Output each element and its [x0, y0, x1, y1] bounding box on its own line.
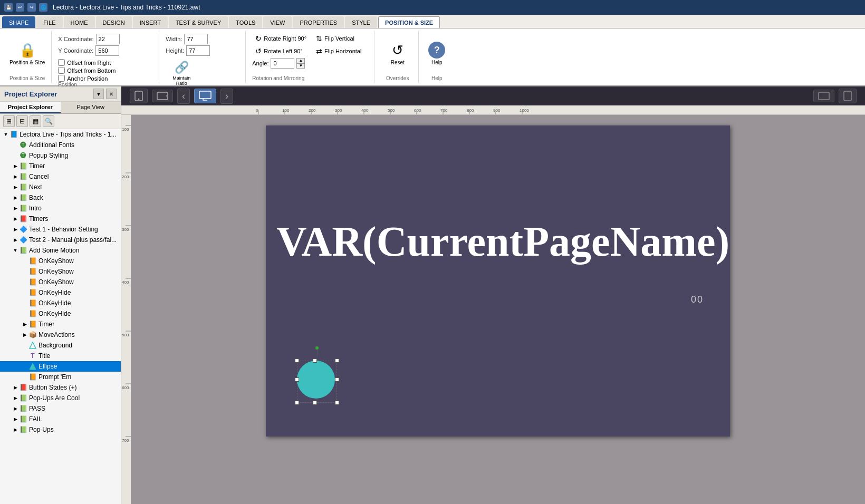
expand-popups-cool[interactable]: ▶	[12, 394, 19, 402]
search-button[interactable]: 🔍	[43, 115, 54, 127]
expand-title[interactable]	[21, 352, 28, 360]
maintain-ratio-button[interactable]: 🔗 MaintainRatio	[170, 58, 193, 89]
expand-onkeyshow1[interactable]	[21, 257, 28, 265]
tree-item-cancel[interactable]: ▶ 📗 Cancel	[0, 171, 121, 182]
handle-top-mid[interactable]	[313, 358, 317, 363]
tab-file[interactable]: FILE	[36, 16, 62, 28]
expand-back[interactable]: ▶	[12, 194, 19, 201]
device-phone-portrait[interactable]	[130, 89, 148, 103]
handle-mid-left[interactable]	[295, 377, 299, 382]
ellipse-element[interactable]	[295, 356, 339, 405]
height-input[interactable]	[186, 45, 210, 56]
expand-timers[interactable]: ▶	[12, 215, 19, 222]
save-icon[interactable]: 💾	[4, 3, 13, 12]
expand-timer[interactable]: ▶	[12, 162, 19, 170]
expand-onkeyshow2[interactable]	[21, 268, 28, 275]
rotate-left-button[interactable]: ↺ Rotate Left 90°	[252, 45, 310, 57]
undo-icon[interactable]: ↩	[16, 3, 24, 12]
tab-style[interactable]: STYLE	[345, 16, 377, 28]
tree-item-button-states[interactable]: ▶ 📕 Button States (+)	[0, 382, 121, 393]
expand-onkeyshow3[interactable]	[21, 278, 28, 286]
globe-icon[interactable]: 🌐	[39, 3, 47, 12]
tree-item-popup-styling[interactable]: 🅣 Popup Styling	[0, 150, 121, 161]
rotate-right-button[interactable]: ↻ Rotate Right 90°	[252, 33, 310, 44]
tree-item-test2[interactable]: ▶ 🔷 Test 2 - Manual (plus pass/fai...	[0, 235, 121, 245]
handle-top-left[interactable]	[295, 358, 299, 363]
tab-test-survey[interactable]: TEST & SURVEY	[169, 16, 228, 28]
tab-shape[interactable]: SHAPE	[2, 16, 35, 28]
expand-timer2[interactable]: ▶	[21, 321, 28, 328]
tab-view[interactable]: VIEW	[263, 16, 292, 28]
tree-item-test1[interactable]: ▶ 🔷 Test 1 - Behavior Setting	[0, 224, 121, 235]
expand-next[interactable]: ▶	[12, 183, 19, 191]
width-input[interactable]	[184, 34, 208, 44]
reset-button[interactable]: ↺ Reset	[388, 40, 407, 68]
expand-test1[interactable]: ▶	[12, 226, 19, 233]
tree-item-title[interactable]: T Title	[0, 351, 121, 361]
tree-item-onkeyshow2[interactable]: 📙 OnKeyShow	[0, 266, 121, 277]
expand-ellipse[interactable]	[21, 363, 28, 370]
offset-bottom-checkbox[interactable]: Offset from Bottom	[58, 67, 116, 74]
device-alt1[interactable]	[813, 90, 834, 102]
y-coord-input[interactable]	[95, 45, 119, 56]
expand-background[interactable]	[21, 342, 28, 349]
tree-item-additional-fonts[interactable]: 🅣 Additional Fonts	[0, 140, 121, 150]
lock-button[interactable]: 🔒 Position & Size	[7, 40, 47, 67]
tab-home[interactable]: HOME	[64, 16, 95, 28]
tab-insert[interactable]: INSERT	[133, 16, 168, 28]
help-button[interactable]: ? Help	[426, 39, 448, 68]
tree-item-timer2[interactable]: ▶ 📙 Timer	[0, 319, 121, 329]
tree-item-popups-cool[interactable]: ▶ 📗 Pop-Ups Are Cool	[0, 393, 121, 403]
tab-position-size[interactable]: POSITION & SIZE	[378, 16, 440, 28]
redo-icon[interactable]: ↪	[27, 3, 36, 12]
device-tablet-landscape[interactable]	[152, 90, 173, 102]
expand-onkeyhide2[interactable]	[21, 299, 28, 307]
tree-item-pop-ups[interactable]: ▶ 📗 Pop-Ups	[0, 424, 121, 435]
angle-spinner[interactable]: ▲ ▼	[296, 58, 305, 69]
handle-bottom-left[interactable]	[295, 401, 299, 405]
flip-horizontal-button[interactable]: ⇄ Flip Horizontal	[313, 45, 364, 57]
canvas-scroll[interactable]: 100 200 300 400 500 600 700	[121, 115, 865, 504]
offset-right-checkbox[interactable]: Offset from Right	[58, 59, 111, 66]
flip-vertical-button[interactable]: ⇅ Flip Vertical	[313, 33, 364, 44]
expand-test2[interactable]: ▶	[12, 236, 19, 244]
tree-item-background[interactable]: Background	[0, 340, 121, 351]
angle-input[interactable]	[271, 58, 294, 69]
x-coord-input[interactable]	[96, 34, 120, 44]
tab-tools[interactable]: TOOLS	[229, 16, 262, 28]
expand-moveactions[interactable]: ▶	[21, 331, 28, 338]
ellipse-shape[interactable]	[297, 361, 335, 399]
anchor-position-checkbox[interactable]: Anchor Position	[58, 75, 108, 82]
tree-item-pass[interactable]: ▶ 📗 PASS	[0, 403, 121, 414]
nav-prev-button[interactable]: ‹	[177, 89, 190, 104]
expand-prompt-em[interactable]	[21, 373, 28, 381]
angle-up-button[interactable]: ▲	[296, 58, 305, 63]
expand-onkeyhide1[interactable]	[21, 289, 28, 296]
tree-item-root[interactable]: ▼ 📘 Lectora Live - Tips and Tricks - 1..…	[0, 129, 121, 140]
tree-item-timer[interactable]: ▶ 📗 Timer	[0, 161, 121, 171]
tree-item-onkeyshow3[interactable]: 📙 OnKeyShow	[0, 277, 121, 287]
expand-additional-fonts[interactable]	[12, 141, 19, 149]
panel-tab-project-explorer[interactable]: Project Explorer	[0, 102, 61, 113]
nav-next-button[interactable]: ›	[220, 89, 233, 104]
tree-item-add-some-motion[interactable]: ▼ 📗 Add Some Motion	[0, 245, 121, 256]
collapse-all-button[interactable]: ⊟	[16, 115, 28, 127]
device-alt2[interactable]	[839, 89, 857, 103]
tree-item-prompt-em[interactable]: 📙 Prompt 'Em	[0, 372, 121, 382]
expand-add-some-motion[interactable]: ▼	[12, 247, 19, 254]
expand-intro[interactable]: ▶	[12, 205, 19, 212]
tab-properties[interactable]: PROPERTIES	[293, 16, 344, 28]
handle-bottom-mid[interactable]	[313, 401, 317, 405]
slide-canvas[interactable]: VAR(CurrentPageName) 00	[266, 125, 730, 437]
expand-fail[interactable]: ▶	[12, 415, 19, 423]
tree-item-moveactions[interactable]: ▶ 📦 MoveActions	[0, 329, 121, 340]
tree-item-back[interactable]: ▶ 📗 Back	[0, 192, 121, 203]
tree-item-next[interactable]: ▶ 📗 Next	[0, 182, 121, 192]
tree-item-onkeyhide3[interactable]: 📙 OnKeyHide	[0, 308, 121, 319]
filter-button[interactable]: ▦	[30, 115, 41, 127]
tree-item-timers[interactable]: ▶ 📕 Timers	[0, 214, 121, 224]
expand-pass[interactable]: ▶	[12, 405, 19, 412]
tree-item-onkeyhide2[interactable]: 📙 OnKeyHide	[0, 298, 121, 308]
handle-mid-right[interactable]	[335, 377, 339, 382]
tree-item-fail[interactable]: ▶ 📗 FAIL	[0, 414, 121, 424]
